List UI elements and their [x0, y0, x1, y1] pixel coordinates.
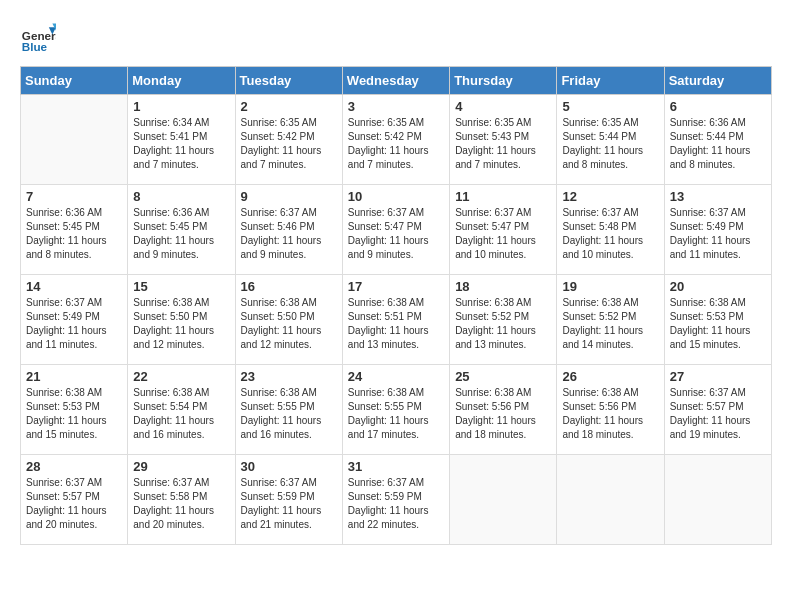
calendar-cell: 15Sunrise: 6:38 AMSunset: 5:50 PMDayligh…: [128, 275, 235, 365]
calendar-cell: 11Sunrise: 6:37 AMSunset: 5:47 PMDayligh…: [450, 185, 557, 275]
day-number: 23: [241, 369, 337, 384]
day-info: Sunrise: 6:36 AMSunset: 5:45 PMDaylight:…: [133, 206, 229, 262]
day-number: 9: [241, 189, 337, 204]
day-number: 8: [133, 189, 229, 204]
day-number: 31: [348, 459, 444, 474]
day-info: Sunrise: 6:36 AMSunset: 5:45 PMDaylight:…: [26, 206, 122, 262]
page-header: General Blue: [20, 20, 772, 56]
day-number: 28: [26, 459, 122, 474]
calendar-cell: 1Sunrise: 6:34 AMSunset: 5:41 PMDaylight…: [128, 95, 235, 185]
day-number: 3: [348, 99, 444, 114]
calendar-cell: 18Sunrise: 6:38 AMSunset: 5:52 PMDayligh…: [450, 275, 557, 365]
calendar-cell: [664, 455, 771, 545]
calendar-cell: 21Sunrise: 6:38 AMSunset: 5:53 PMDayligh…: [21, 365, 128, 455]
day-number: 10: [348, 189, 444, 204]
day-info: Sunrise: 6:38 AMSunset: 5:50 PMDaylight:…: [133, 296, 229, 352]
day-number: 6: [670, 99, 766, 114]
calendar-cell: 9Sunrise: 6:37 AMSunset: 5:46 PMDaylight…: [235, 185, 342, 275]
day-number: 30: [241, 459, 337, 474]
calendar-cell: 4Sunrise: 6:35 AMSunset: 5:43 PMDaylight…: [450, 95, 557, 185]
day-info: Sunrise: 6:38 AMSunset: 5:56 PMDaylight:…: [562, 386, 658, 442]
calendar-cell: 23Sunrise: 6:38 AMSunset: 5:55 PMDayligh…: [235, 365, 342, 455]
day-info: Sunrise: 6:37 AMSunset: 5:49 PMDaylight:…: [26, 296, 122, 352]
calendar-cell: 10Sunrise: 6:37 AMSunset: 5:47 PMDayligh…: [342, 185, 449, 275]
day-number: 4: [455, 99, 551, 114]
calendar-cell: 6Sunrise: 6:36 AMSunset: 5:44 PMDaylight…: [664, 95, 771, 185]
calendar-cell: 24Sunrise: 6:38 AMSunset: 5:55 PMDayligh…: [342, 365, 449, 455]
day-info: Sunrise: 6:37 AMSunset: 5:46 PMDaylight:…: [241, 206, 337, 262]
calendar-cell: 19Sunrise: 6:38 AMSunset: 5:52 PMDayligh…: [557, 275, 664, 365]
day-info: Sunrise: 6:38 AMSunset: 5:55 PMDaylight:…: [348, 386, 444, 442]
day-number: 1: [133, 99, 229, 114]
day-info: Sunrise: 6:37 AMSunset: 5:49 PMDaylight:…: [670, 206, 766, 262]
day-info: Sunrise: 6:38 AMSunset: 5:51 PMDaylight:…: [348, 296, 444, 352]
day-info: Sunrise: 6:37 AMSunset: 5:57 PMDaylight:…: [670, 386, 766, 442]
day-number: 18: [455, 279, 551, 294]
calendar-cell: 28Sunrise: 6:37 AMSunset: 5:57 PMDayligh…: [21, 455, 128, 545]
day-info: Sunrise: 6:37 AMSunset: 5:47 PMDaylight:…: [455, 206, 551, 262]
day-info: Sunrise: 6:38 AMSunset: 5:50 PMDaylight:…: [241, 296, 337, 352]
calendar-cell: 29Sunrise: 6:37 AMSunset: 5:58 PMDayligh…: [128, 455, 235, 545]
calendar-cell: 5Sunrise: 6:35 AMSunset: 5:44 PMDaylight…: [557, 95, 664, 185]
day-info: Sunrise: 6:37 AMSunset: 5:59 PMDaylight:…: [348, 476, 444, 532]
day-number: 27: [670, 369, 766, 384]
weekday-header-sunday: Sunday: [21, 67, 128, 95]
weekday-header-thursday: Thursday: [450, 67, 557, 95]
calendar-cell: 16Sunrise: 6:38 AMSunset: 5:50 PMDayligh…: [235, 275, 342, 365]
day-number: 7: [26, 189, 122, 204]
day-info: Sunrise: 6:38 AMSunset: 5:56 PMDaylight:…: [455, 386, 551, 442]
calendar-cell: 7Sunrise: 6:36 AMSunset: 5:45 PMDaylight…: [21, 185, 128, 275]
day-info: Sunrise: 6:37 AMSunset: 5:57 PMDaylight:…: [26, 476, 122, 532]
day-info: Sunrise: 6:34 AMSunset: 5:41 PMDaylight:…: [133, 116, 229, 172]
calendar-week-3: 14Sunrise: 6:37 AMSunset: 5:49 PMDayligh…: [21, 275, 772, 365]
day-info: Sunrise: 6:36 AMSunset: 5:44 PMDaylight:…: [670, 116, 766, 172]
day-info: Sunrise: 6:38 AMSunset: 5:52 PMDaylight:…: [455, 296, 551, 352]
weekday-header-tuesday: Tuesday: [235, 67, 342, 95]
day-info: Sunrise: 6:37 AMSunset: 5:59 PMDaylight:…: [241, 476, 337, 532]
day-number: 21: [26, 369, 122, 384]
day-info: Sunrise: 6:35 AMSunset: 5:43 PMDaylight:…: [455, 116, 551, 172]
calendar-cell: [450, 455, 557, 545]
day-info: Sunrise: 6:37 AMSunset: 5:48 PMDaylight:…: [562, 206, 658, 262]
calendar-week-5: 28Sunrise: 6:37 AMSunset: 5:57 PMDayligh…: [21, 455, 772, 545]
calendar-cell: 2Sunrise: 6:35 AMSunset: 5:42 PMDaylight…: [235, 95, 342, 185]
calendar-week-4: 21Sunrise: 6:38 AMSunset: 5:53 PMDayligh…: [21, 365, 772, 455]
calendar-cell: 20Sunrise: 6:38 AMSunset: 5:53 PMDayligh…: [664, 275, 771, 365]
calendar-cell: 3Sunrise: 6:35 AMSunset: 5:42 PMDaylight…: [342, 95, 449, 185]
calendar-cell: 22Sunrise: 6:38 AMSunset: 5:54 PMDayligh…: [128, 365, 235, 455]
day-number: 2: [241, 99, 337, 114]
logo-icon: General Blue: [20, 20, 56, 56]
day-number: 25: [455, 369, 551, 384]
logo: General Blue: [20, 20, 56, 56]
day-number: 19: [562, 279, 658, 294]
day-info: Sunrise: 6:38 AMSunset: 5:54 PMDaylight:…: [133, 386, 229, 442]
day-number: 26: [562, 369, 658, 384]
day-number: 14: [26, 279, 122, 294]
day-number: 22: [133, 369, 229, 384]
day-info: Sunrise: 6:38 AMSunset: 5:53 PMDaylight:…: [26, 386, 122, 442]
day-info: Sunrise: 6:37 AMSunset: 5:47 PMDaylight:…: [348, 206, 444, 262]
calendar-cell: 8Sunrise: 6:36 AMSunset: 5:45 PMDaylight…: [128, 185, 235, 275]
calendar-cell: [557, 455, 664, 545]
weekday-header-wednesday: Wednesday: [342, 67, 449, 95]
calendar-cell: 27Sunrise: 6:37 AMSunset: 5:57 PMDayligh…: [664, 365, 771, 455]
weekday-header-saturday: Saturday: [664, 67, 771, 95]
day-number: 11: [455, 189, 551, 204]
day-number: 16: [241, 279, 337, 294]
weekday-header-friday: Friday: [557, 67, 664, 95]
day-number: 13: [670, 189, 766, 204]
calendar-cell: 31Sunrise: 6:37 AMSunset: 5:59 PMDayligh…: [342, 455, 449, 545]
calendar-cell: 17Sunrise: 6:38 AMSunset: 5:51 PMDayligh…: [342, 275, 449, 365]
day-info: Sunrise: 6:38 AMSunset: 5:55 PMDaylight:…: [241, 386, 337, 442]
day-info: Sunrise: 6:38 AMSunset: 5:53 PMDaylight:…: [670, 296, 766, 352]
calendar-cell: 13Sunrise: 6:37 AMSunset: 5:49 PMDayligh…: [664, 185, 771, 275]
day-number: 5: [562, 99, 658, 114]
day-info: Sunrise: 6:35 AMSunset: 5:42 PMDaylight:…: [241, 116, 337, 172]
weekday-header-row: SundayMondayTuesdayWednesdayThursdayFrid…: [21, 67, 772, 95]
day-number: 20: [670, 279, 766, 294]
calendar-week-1: 1Sunrise: 6:34 AMSunset: 5:41 PMDaylight…: [21, 95, 772, 185]
day-number: 24: [348, 369, 444, 384]
day-number: 29: [133, 459, 229, 474]
calendar-week-2: 7Sunrise: 6:36 AMSunset: 5:45 PMDaylight…: [21, 185, 772, 275]
weekday-header-monday: Monday: [128, 67, 235, 95]
